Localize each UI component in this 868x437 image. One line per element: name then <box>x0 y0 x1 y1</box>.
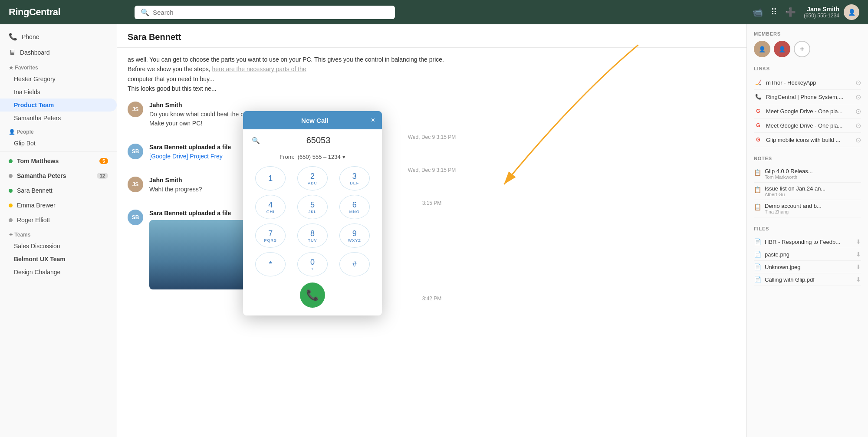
timestamp-4: 3:42 PM <box>128 296 736 302</box>
dial-key-#[interactable]: # <box>339 252 370 276</box>
note-item-1[interactable]: 📋 Glip 4.0.0 Releas... Tom Markworth <box>754 165 861 183</box>
video-icon[interactable]: 📹 <box>752 7 763 17</box>
link-text-mthor: mThor - HockeyApp <box>766 79 852 86</box>
teams-section-label: ✦ Teams <box>0 227 117 240</box>
sidebar-item-sales[interactable]: Sales Discussion <box>0 240 117 253</box>
grid-icon[interactable]: ⠿ <box>771 7 777 17</box>
msg-content-jahn2: Jahn Smith Waht the progress? <box>149 177 736 194</box>
file-download-2[interactable]: ⬇ <box>856 251 861 258</box>
sidebar-item-ina[interactable]: Ina Fields <box>0 85 117 99</box>
sidebar-item-phone[interactable]: 📞 Phone <box>0 29 117 45</box>
sidebar-item-hester[interactable]: Hester Gregory <box>0 72 117 85</box>
from-label: From: <box>279 154 294 160</box>
message-row-jahn1: JS Jahn Smith Do you know what could bea… <box>128 102 736 128</box>
note-item-2[interactable]: 📋 Issue list on Jan.24 an... Albert Gu <box>754 183 861 200</box>
msg-body-jahn2: Waht the progress? <box>149 185 736 194</box>
dial-key-3[interactable]: 3DEF <box>339 166 370 191</box>
sidebar-item-samantha-dm[interactable]: Samantha Peters 12 <box>0 168 117 183</box>
status-dot-roger <box>9 218 13 222</box>
sidebar-label-roger: Roger Elliott <box>17 217 50 223</box>
dial-search-icon: 🔍 <box>252 137 260 145</box>
notes-section-title: NOTES <box>754 156 861 161</box>
chat-messages: as well. You can get to choose the parts… <box>117 48 746 437</box>
sidebar-item-design[interactable]: Design Chalange <box>0 266 117 279</box>
right-panel: MEMBERS 👤 👤 + LINKS 🏒 mThor - HockeyApp … <box>746 24 868 437</box>
search-bar[interactable]: 🔍 <box>135 6 395 19</box>
new-call-modal[interactable]: New Call × 🔍 From: (650) 555 – 1234 ▾ 12… <box>243 111 382 315</box>
sidebar-item-sara[interactable]: Sara Bennett <box>0 183 117 198</box>
status-dot-sara <box>9 189 13 193</box>
add-icon[interactable]: ➕ <box>785 7 796 17</box>
members-section-title: MEMBERS <box>754 31 861 36</box>
modal-title: New Call <box>301 117 329 124</box>
sidebar-item-roger[interactable]: Roger Elliott <box>0 213 117 227</box>
from-chevron-icon[interactable]: ▾ <box>342 154 345 160</box>
user-name: Jane Smith <box>804 6 839 13</box>
link-item-mthor[interactable]: 🏒 mThor - HockeyApp ⊙ <box>754 76 861 90</box>
sidebar-item-samantha-fav[interactable]: Samantha Peters <box>0 112 117 125</box>
modal-body: 🔍 From: (650) 555 – 1234 ▾ 12ABC3DEF4GHI… <box>243 129 382 315</box>
dial-input[interactable] <box>263 135 373 145</box>
file-item-1[interactable]: 📄 HBR - Responding to Feedb... ⬇ <box>754 236 861 248</box>
timestamp-3: 3:15 PM <box>128 200 736 206</box>
note-item-3[interactable]: 📋 Demo account and b... Tina Zhang <box>754 200 861 217</box>
link-item-google1[interactable]: G Meet Google Drive - One pla... ⊙ <box>754 104 861 118</box>
message-block-intro: as well. You can get to choose the parts… <box>128 55 736 94</box>
note-content-2: Issue list on Jan.24 an... Albert Gu <box>765 185 861 197</box>
dial-key-1[interactable]: 1 <box>255 166 286 191</box>
message-row-sara1: SB Sara Bennett uploaded a file [Google … <box>128 144 736 161</box>
dial-key-4[interactable]: 4GHI <box>255 195 286 219</box>
file-download-4[interactable]: ⬇ <box>856 276 861 283</box>
msg-sender-jahn1: Jahn Smith <box>149 102 736 108</box>
note-title-1: Glip 4.0.0 Releas... <box>765 168 861 174</box>
status-dot-samantha <box>9 174 13 178</box>
members-section: MEMBERS 👤 👤 + <box>754 31 861 57</box>
file-icon-1: 📄 <box>754 238 761 245</box>
app-title: RingCentral <box>9 7 126 18</box>
dial-key-9[interactable]: 9WXYZ <box>339 223 370 248</box>
sidebar-item-product-team[interactable]: Product Team <box>0 99 117 112</box>
note-author-1: Tom Markworth <box>765 174 861 180</box>
member-avatar-2: 👤 <box>774 41 790 57</box>
link-text-google2: Meet Google Drive - One pla... <box>766 122 852 129</box>
user-avatar[interactable]: 👤 <box>844 4 859 20</box>
sidebar-item-belmont[interactable]: Belmont UX Team <box>0 253 117 266</box>
file-icon-3: 📄 <box>754 263 761 270</box>
status-dot-tom <box>9 159 13 163</box>
file-download-1[interactable]: ⬇ <box>856 238 861 245</box>
file-name-2: paste.png <box>765 251 852 258</box>
dial-key-5[interactable]: 5JKL <box>297 195 328 219</box>
sidebar-label-sara: Sara Bennett <box>17 187 53 194</box>
sidebar-item-emma[interactable]: Emma Brewer <box>0 198 117 213</box>
dial-grid: 12ABC3DEF4GHI5JKL6MNO7PQRS8TUV9WXYZ*0+# <box>252 166 373 276</box>
file-item-2[interactable]: 📄 paste.png ⬇ <box>754 248 861 261</box>
from-row: From: (650) 555 – 1234 ▾ <box>252 154 373 160</box>
top-right-controls: 📹 ⠿ ➕ Jane Smith (650) 555-1234 👤 <box>752 4 859 20</box>
dial-key-8[interactable]: 8TUV <box>297 223 328 248</box>
sidebar-item-glipbot[interactable]: Glip Bot <box>0 137 117 150</box>
call-button[interactable]: 📞 <box>300 283 325 308</box>
message-row-sara2: SB Sara Bennett uploaded a file <box>128 210 736 289</box>
sidebar-item-tom[interactable]: Tom Matthews 5 <box>0 154 117 168</box>
link-item-glip[interactable]: G Glip mobile icons with build ... ⊙ <box>754 133 861 147</box>
file-item-3[interactable]: 📄 Unknown.jpeg ⬇ <box>754 261 861 273</box>
dial-key-0[interactable]: 0+ <box>297 252 328 276</box>
link-arrow-google2: ⊙ <box>855 122 861 130</box>
modal-close-button[interactable]: × <box>371 116 375 124</box>
add-member-button[interactable]: + <box>794 41 810 57</box>
file-download-3[interactable]: ⬇ <box>856 263 861 270</box>
dial-key-7[interactable]: 7PQRS <box>255 223 286 248</box>
status-dot-emma <box>9 204 13 207</box>
dial-key-6[interactable]: 6MNO <box>339 195 370 219</box>
people-section-label: 👤 People <box>0 125 117 137</box>
link-item-google2[interactable]: G Meet Google Drive - One pla... ⊙ <box>754 118 861 133</box>
link-item-ringcentral[interactable]: 📞 RingCentral | Phone System,... ⊙ <box>754 90 861 104</box>
sidebar-label-tom: Tom Matthews <box>17 158 59 164</box>
sidebar-item-dashboard[interactable]: 🖥 Dashboard <box>0 45 117 60</box>
google-drive-link[interactable]: [Google Drive] Project Frey <box>149 153 223 160</box>
search-input[interactable] <box>153 9 389 16</box>
msg-sender-jahn2: Jahn Smith <box>149 177 736 184</box>
file-item-4[interactable]: 📄 Calling with Glip.pdf ⬇ <box>754 273 861 286</box>
dial-key-2[interactable]: 2ABC <box>297 166 328 191</box>
dial-key-*[interactable]: * <box>255 252 286 276</box>
